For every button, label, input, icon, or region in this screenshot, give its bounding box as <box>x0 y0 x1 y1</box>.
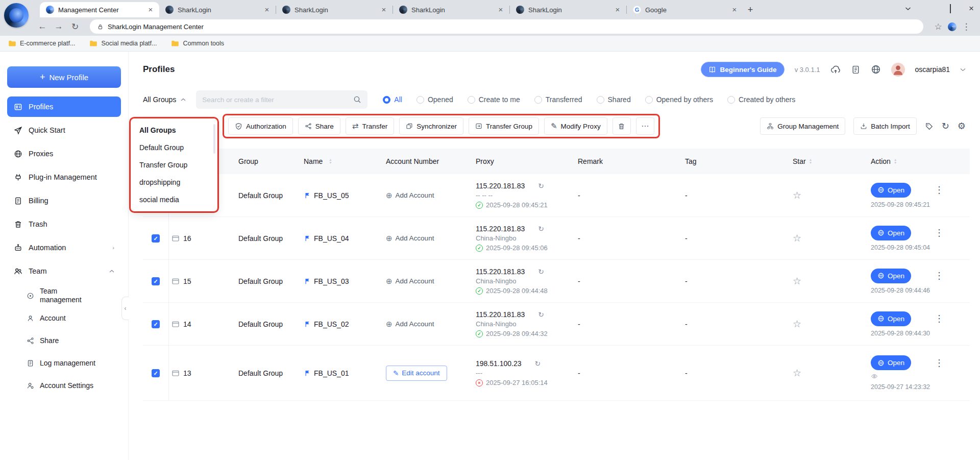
star-toggle-icon[interactable]: ☆ <box>793 233 801 244</box>
group-management-button[interactable]: Group Management <box>760 117 845 135</box>
tab-sharklogin-2[interactable]: SharkLogin × <box>276 2 393 17</box>
bookmark-folder-ecommerce[interactable]: E-commerce platf... <box>8 40 75 47</box>
sidebar-item-account[interactable]: Account <box>7 307 121 329</box>
sidebar-item-proxies[interactable]: Proxies <box>7 143 121 164</box>
row-more-icon[interactable]: ⋮ <box>935 313 944 324</box>
open-button[interactable]: Open <box>871 269 911 283</box>
row-more-icon[interactable]: ⋮ <box>935 184 944 196</box>
transfer-button[interactable]: ⇄ Transfer <box>346 117 394 135</box>
forward-icon[interactable]: → <box>52 21 65 32</box>
edit-account-button[interactable]: ✎ Edit account <box>386 366 447 381</box>
dropdown-option-transfer-group[interactable]: Transfer Group <box>131 156 217 174</box>
sidebar-collapse-handle[interactable]: ‹ <box>121 297 129 320</box>
proxy-refresh-icon[interactable]: ↻ <box>538 225 544 233</box>
add-account-button[interactable]: ⊕ Add Account <box>386 234 434 243</box>
column-tag[interactable]: Tag <box>679 157 789 165</box>
transfer-group-button[interactable]: Transfer Group <box>469 117 539 135</box>
refresh-icon[interactable]: ↻ <box>942 120 949 132</box>
chevron-down-icon[interactable] <box>960 68 966 71</box>
tab-sharklogin-3[interactable]: SharkLogin × <box>393 2 509 17</box>
back-icon[interactable]: ← <box>36 21 49 32</box>
sidebar-item-team[interactable]: Team <box>7 261 121 281</box>
close-tab-icon[interactable]: × <box>262 5 272 14</box>
dropdown-option-all-groups[interactable]: All Groups <box>131 122 217 139</box>
sidebar-item-team-management[interactable]: Team management <box>7 284 121 307</box>
beginners-guide-button[interactable]: Beginner's Guide <box>701 62 784 77</box>
row-more-icon[interactable]: ⋮ <box>935 270 944 281</box>
sidebar-item-plugin-management[interactable]: Plug-in Management <box>7 167 121 187</box>
tag-icon[interactable] <box>925 122 934 131</box>
proxy-refresh-icon[interactable]: ↻ <box>538 310 544 319</box>
tab-sharklogin-4[interactable]: SharkLogin × <box>510 2 626 17</box>
sidebar-item-billing[interactable]: Billing <box>7 190 121 211</box>
bookmark-star-icon[interactable]: ☆ <box>932 21 945 32</box>
bookmark-folder-social[interactable]: Social media platf... <box>89 40 157 47</box>
column-name[interactable]: Name ▲▼ <box>299 157 378 165</box>
table-settings-gear-icon[interactable]: ⚙ <box>958 120 966 132</box>
dropdown-option-social-media[interactable]: social media <box>131 191 217 208</box>
new-profile-button[interactable]: + New Profile <box>7 66 121 88</box>
avatar[interactable] <box>891 63 905 77</box>
tab-sharklogin-1[interactable]: SharkLogin × <box>159 2 276 17</box>
maximize-button[interactable] <box>947 5 954 13</box>
proxy-refresh-icon[interactable]: ↻ <box>535 359 541 368</box>
close-tab-icon[interactable]: × <box>496 5 505 14</box>
sidebar-item-profiles[interactable]: Profiles <box>7 96 121 117</box>
close-tab-icon[interactable]: × <box>730 5 739 14</box>
radio-opened-by-others[interactable]: Opened by others <box>645 95 713 104</box>
dropdown-option-dropshipping[interactable]: dropshipping <box>131 174 217 191</box>
extension-icon[interactable] <box>948 22 957 31</box>
search-icon[interactable] <box>353 95 361 104</box>
radio-all[interactable]: All <box>383 95 402 104</box>
row-checkbox[interactable] <box>152 369 160 377</box>
tab-search-chevron-icon[interactable] <box>905 7 912 11</box>
search-box[interactable] <box>196 90 368 109</box>
row-more-icon[interactable]: ⋮ <box>935 357 944 369</box>
close-tab-icon[interactable]: × <box>146 5 155 14</box>
authorization-button[interactable]: Authorization <box>228 117 293 135</box>
radio-create-to-me[interactable]: Create to me <box>468 95 520 104</box>
tab-management-center[interactable]: Management Center × <box>40 2 159 17</box>
column-group[interactable]: Group <box>232 157 299 165</box>
sort-icon[interactable]: ▲▼ <box>329 158 332 164</box>
column-proxy[interactable]: Proxy <box>470 157 572 165</box>
star-toggle-icon[interactable]: ☆ <box>793 319 801 329</box>
column-account-number[interactable]: Account Number <box>378 157 470 165</box>
sidebar-item-account-settings[interactable]: Account Settings <box>7 374 121 397</box>
star-toggle-icon[interactable]: ☆ <box>793 190 801 201</box>
star-toggle-icon[interactable]: ☆ <box>793 368 801 378</box>
sidebar-item-automation[interactable]: Automation › <box>7 237 121 258</box>
new-tab-button[interactable]: + <box>743 3 757 17</box>
sidebar-item-trash[interactable]: Trash <box>7 214 121 234</box>
logs-icon[interactable] <box>851 65 861 75</box>
reload-icon[interactable]: ↻ <box>68 21 82 32</box>
proxy-refresh-icon[interactable]: ↻ <box>538 268 544 276</box>
column-action[interactable]: Action ▲▼ <box>868 157 970 165</box>
add-account-button[interactable]: ⊕ Add Account <box>386 320 434 329</box>
open-button[interactable]: Open <box>871 311 911 326</box>
dropdown-option-default-group[interactable]: Default Group <box>131 139 217 156</box>
sidebar-item-log-management[interactable]: Log management <box>7 352 121 374</box>
share-button[interactable]: Share <box>298 117 340 135</box>
more-actions-button[interactable]: ⋯ <box>636 117 654 135</box>
row-more-icon[interactable]: ⋮ <box>935 227 944 238</box>
add-account-button[interactable]: ⊕ Add Account <box>386 277 434 286</box>
delete-button[interactable] <box>612 117 631 135</box>
tab-google[interactable]: G Google × <box>627 2 743 17</box>
radio-shared[interactable]: Shared <box>597 95 631 104</box>
row-checkbox[interactable] <box>152 234 160 243</box>
open-button[interactable]: Open <box>871 183 911 198</box>
address-bar[interactable]: SharkLogin Management Center <box>90 19 923 34</box>
open-button[interactable]: Open <box>871 355 911 370</box>
column-star[interactable]: Star ▲▼ <box>789 157 868 165</box>
dropdown-scrollbar[interactable] <box>213 124 215 154</box>
row-checkbox[interactable] <box>152 320 160 328</box>
modify-proxy-button[interactable]: ✎ Modify Proxy <box>544 117 607 135</box>
close-tab-icon[interactable]: × <box>379 5 388 14</box>
sort-icon[interactable]: ▲▼ <box>809 158 812 164</box>
close-tab-icon[interactable]: × <box>613 5 622 14</box>
batch-import-button[interactable]: Batch Import <box>853 117 917 135</box>
star-toggle-icon[interactable]: ☆ <box>793 276 801 286</box>
radio-created-by-others[interactable]: Created by others <box>727 95 795 104</box>
row-checkbox[interactable] <box>152 277 160 285</box>
